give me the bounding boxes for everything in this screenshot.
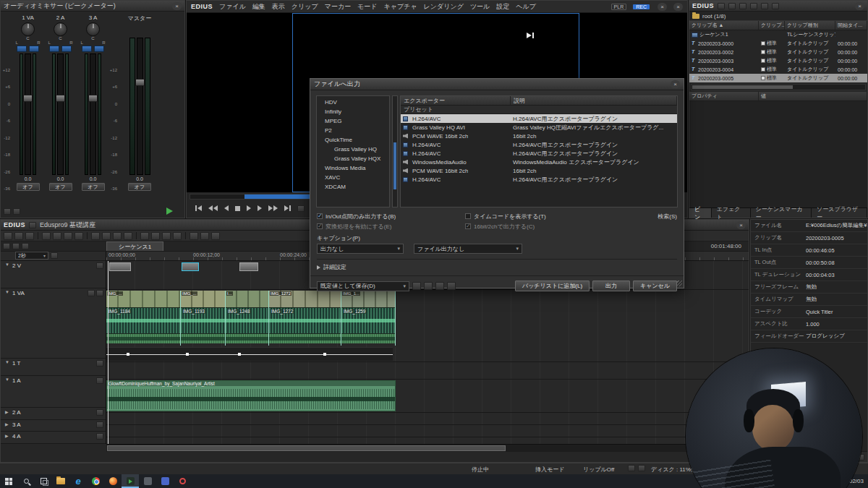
playhead[interactable] xyxy=(108,261,109,444)
capture-icon[interactable] xyxy=(739,3,746,9)
reel-checkbox[interactable] xyxy=(761,59,765,63)
menu-clip[interactable]: クリップ xyxy=(292,2,318,12)
title-clip[interactable] xyxy=(239,262,258,271)
track-2a[interactable] xyxy=(106,413,749,425)
tab-effects[interactable]: エフェクト xyxy=(712,208,751,218)
speaker-right-button[interactable] xyxy=(94,46,104,52)
fit-icon[interactable] xyxy=(211,232,220,240)
cut-icon[interactable] xyxy=(42,232,51,240)
app-button[interactable] xyxy=(139,474,156,488)
track-1va[interactable]: IMG_... IMG_1184 IMG_... IMG_1193 I... I… xyxy=(106,290,749,362)
title-clip[interactable] xyxy=(109,262,131,271)
tree-item[interactable]: Infinity xyxy=(317,107,389,116)
window-pin-icon[interactable] xyxy=(658,3,667,11)
track-header-1va[interactable]: ▼1 VA xyxy=(1,288,106,359)
edge-button[interactable]: e xyxy=(69,474,87,488)
output-button[interactable]: 出力 xyxy=(592,281,630,291)
import-preset-icon[interactable] xyxy=(435,282,444,290)
tree-item[interactable]: MPEG xyxy=(317,116,389,126)
menu-view[interactable]: 表示 xyxy=(272,2,285,12)
delete-preset-icon[interactable] xyxy=(424,282,433,290)
sequence-tab[interactable]: シーケンス1 xyxy=(106,241,163,251)
fader-handle[interactable] xyxy=(88,95,98,102)
track-header-1a[interactable]: ▼1 A xyxy=(1,376,106,408)
col-description[interactable]: 説明 xyxy=(511,96,677,105)
close-icon[interactable] xyxy=(736,221,746,229)
tree-item[interactable]: XDCAM xyxy=(317,182,389,192)
pan-knob[interactable] xyxy=(54,22,67,36)
rewind-icon[interactable] xyxy=(208,205,218,211)
checkbox-icon[interactable] xyxy=(317,223,323,229)
checkbox-16bit-2ch[interactable]: 16bit/2chで出力する(C) xyxy=(465,223,535,231)
track-audio-icon[interactable] xyxy=(96,290,103,296)
track-panel-icon[interactable] xyxy=(3,243,10,249)
track-header-2v[interactable]: ▼2 V xyxy=(1,261,106,289)
channel-off-button[interactable]: オフ xyxy=(17,183,40,191)
active-app-button[interactable] xyxy=(122,474,139,488)
firefox-button[interactable] xyxy=(104,474,122,488)
scrollbar-thumb[interactable] xyxy=(393,142,396,189)
tree-scrollbar[interactable] xyxy=(392,95,398,207)
tree-item[interactable]: QuickTime xyxy=(317,135,389,145)
reel-checkbox[interactable] xyxy=(761,41,765,46)
pan-knob[interactable] xyxy=(86,22,100,36)
volume-fader[interactable] xyxy=(25,53,31,175)
split-icon[interactable] xyxy=(102,232,111,240)
stop-icon[interactable] xyxy=(235,206,240,211)
checkbox-inout-only[interactable]: In/Out点間のみ出力する(B) xyxy=(317,213,465,221)
volume-fader[interactable] xyxy=(90,53,96,175)
caption-output-select[interactable]: 出力なし xyxy=(317,244,404,254)
marker-icon[interactable] xyxy=(140,232,149,240)
ripple-icon[interactable] xyxy=(75,232,83,240)
ripple-mode[interactable]: リップルOff xyxy=(583,466,614,474)
volume-rubber-band[interactable] xyxy=(106,347,393,361)
copy-icon[interactable] xyxy=(53,232,61,240)
paste-icon[interactable] xyxy=(64,232,72,240)
reel-checkbox[interactable] xyxy=(761,50,765,54)
edit-mode[interactable]: 挿入モード xyxy=(535,466,564,474)
fader-handle[interactable] xyxy=(23,95,33,102)
chrome-button[interactable] xyxy=(87,474,104,488)
bin-folder-path[interactable]: root (1/8) xyxy=(702,13,726,20)
track-audio-icon[interactable] xyxy=(96,433,103,440)
tree-item[interactable]: HDV xyxy=(317,98,389,107)
menu-edit[interactable]: 編集 xyxy=(252,2,265,12)
redo-icon[interactable] xyxy=(25,232,34,240)
menu-capture[interactable]: キャプチャ xyxy=(384,2,417,12)
transition-icon[interactable] xyxy=(113,232,122,240)
checkbox-enable-conversion[interactable]: 変換処理を有効にする(E) xyxy=(317,223,465,231)
undo-icon[interactable] xyxy=(14,232,23,240)
pan-knob[interactable] xyxy=(21,22,35,36)
tab-sequence-marker[interactable]: シーケンスマーカー xyxy=(751,208,812,218)
render-icon[interactable] xyxy=(162,232,171,240)
display-mode-icon[interactable] xyxy=(22,243,29,249)
set-in-icon[interactable] xyxy=(195,205,202,211)
menu-tools[interactable]: ツール xyxy=(470,2,490,12)
zoom-out-icon[interactable] xyxy=(200,232,209,240)
menu-help[interactable]: ヘルプ xyxy=(516,2,536,12)
preset-row[interactable]: PCM WAVE 16bit 2ch16bit 2ch xyxy=(401,132,677,140)
tree-item[interactable]: Grass Valley HQ xyxy=(317,145,389,154)
preset-row[interactable]: Grass Valley HQ AVIGrass Valley HQ圧縮AVIフ… xyxy=(401,123,677,132)
tree-item[interactable]: Grass Valley HQX xyxy=(317,154,389,163)
video-clip[interactable]: IMG_1... IMG_1259 xyxy=(341,291,396,346)
preset-row[interactable]: H.264/AVCH.264/AVC用エクスポータープラグイン xyxy=(401,140,677,149)
speaker-left-button[interactable] xyxy=(17,46,27,52)
mixer-icon[interactable] xyxy=(124,232,132,240)
save-as-default-select[interactable]: 既定値として保存(D) xyxy=(317,281,409,291)
timescale-spinner[interactable] xyxy=(51,252,58,259)
tree-item[interactable]: Windows Media xyxy=(317,163,389,173)
audio-monitor-icon[interactable] xyxy=(12,243,20,249)
set-out-icon[interactable] xyxy=(284,205,291,211)
preset-row-selected[interactable]: H.264/AVCH.264/AVC用エクスポータープラグイン xyxy=(401,114,677,123)
play-icon[interactable] xyxy=(247,205,251,211)
new-folder-icon[interactable] xyxy=(750,3,757,9)
track-header-2a[interactable]: ▶2 A xyxy=(1,408,106,420)
title-clip[interactable] xyxy=(182,262,199,271)
exporter-category-tree[interactable]: HDV Infinity MPEG P2 QuickTime Grass Val… xyxy=(316,95,390,207)
preset-row[interactable]: PCM WAVE 16bit 2ch16bit 2ch xyxy=(401,166,677,175)
speaker-left-button[interactable] xyxy=(49,46,59,52)
track-header-4a[interactable]: ▶4 A xyxy=(1,432,106,444)
cancel-button[interactable]: キャンセル xyxy=(633,281,677,291)
next-frame-icon[interactable] xyxy=(258,205,262,211)
